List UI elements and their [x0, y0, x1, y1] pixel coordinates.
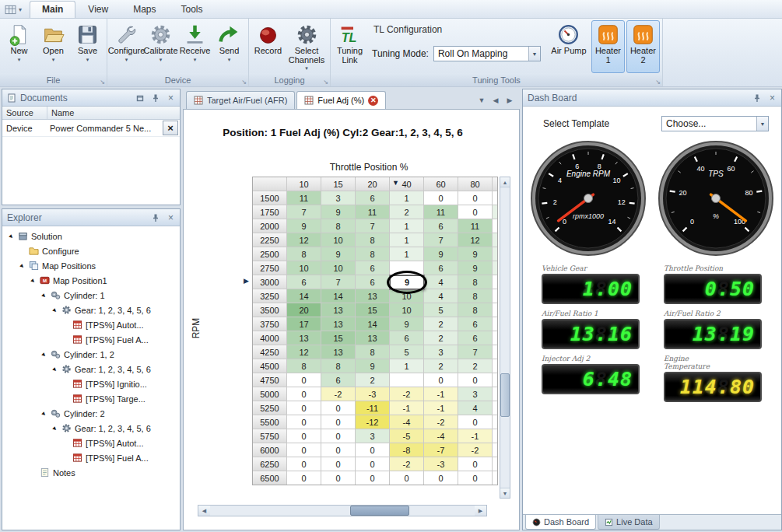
expander-icon[interactable]: ▾ — [38, 408, 49, 418]
grid-cell-4000-40[interactable]: 6 — [390, 331, 424, 345]
grid-cell-3500-40[interactable]: 10 — [390, 303, 424, 317]
grid-cell-3000-20[interactable]: 6 — [356, 275, 390, 289]
grid-cell-2750-60[interactable]: 6 — [424, 261, 458, 275]
grid-cell-1500-100[interactable] — [493, 191, 498, 205]
column-header-40[interactable]: ▼40 — [390, 177, 424, 191]
column-header-20[interactable]: 20 — [356, 177, 390, 191]
dialog-launcher-icon[interactable]: ↘ — [655, 79, 661, 86]
tree-node-notes[interactable]: Notes — [2, 465, 180, 480]
tree-node-map-position1[interactable]: ▾MMap Position1 — [2, 273, 180, 288]
grid-cell-6000-10[interactable]: 0 — [287, 443, 321, 457]
grid-cell-3250-80[interactable]: 8 — [458, 289, 493, 303]
close-panel-icon[interactable]: × — [165, 92, 177, 103]
column-header-80[interactable]: 80 — [458, 177, 493, 191]
combo-dropdown-icon[interactable]: ▼ — [756, 117, 768, 131]
grid-cell-2500-60[interactable]: 9 — [424, 247, 458, 261]
grid-cell-5000-60[interactable]: -1 — [424, 387, 458, 401]
grid-cell-1750-80[interactable]: 0 — [458, 205, 493, 219]
close-panel-icon[interactable]: × — [165, 212, 177, 223]
grid-cell-2750-15[interactable]: 10 — [321, 261, 356, 275]
ribbon-button-tuning-link[interactable]: TLTuning Link — [333, 20, 366, 65]
tab-list-dropdown-icon[interactable]: ▼ — [476, 95, 487, 106]
row-header-2500[interactable]: 2500 — [253, 247, 287, 261]
grid-cell-3000-80[interactable]: 8 — [458, 275, 493, 289]
grid-cell-3250-10[interactable]: 14 — [287, 289, 321, 303]
row-header-5000[interactable]: 5000 — [253, 387, 287, 401]
ribbon-button-heater-2[interactable]: Heater 2 — [626, 20, 660, 73]
grid-cell-4500-40[interactable]: 1 — [390, 359, 424, 373]
grid-cell-3750-40[interactable]: 9 — [390, 317, 424, 331]
grid-cell-1750-40[interactable]: 2 — [390, 205, 424, 219]
grid-cell-3500-100[interactable] — [493, 303, 498, 317]
grid-cell-4000-10[interactable]: 13 — [287, 331, 321, 345]
grid-cell-2500-10[interactable]: 8 — [287, 247, 321, 261]
grid-cell-4500-80[interactable]: 2 — [458, 359, 493, 373]
grid-cell-6500-40[interactable]: 0 — [390, 471, 424, 485]
ribbon-button-save[interactable]: Save▾ — [71, 20, 104, 73]
scroll-tabs-left-icon[interactable]: ◀ — [490, 95, 501, 106]
row-header-2000[interactable]: 2000 — [253, 219, 287, 233]
grid-cell-5250-10[interactable]: 0 — [287, 401, 321, 415]
grid-cell-6000-100[interactable] — [493, 443, 498, 457]
grid-cell-2750-40[interactable] — [390, 261, 424, 275]
menu-tab-maps[interactable]: Maps — [121, 1, 168, 18]
grid-cell-5000-15[interactable]: -2 — [321, 387, 356, 401]
grid-cell-1500-40[interactable]: 1 — [390, 191, 424, 205]
grid-cell-5250-100[interactable] — [493, 401, 498, 415]
tree-node-gear-1-2-3-4-5-6[interactable]: ▾Gear: 1, 2, 3, 4, 5, 6 — [2, 362, 180, 376]
explorer-titlebar[interactable]: Explorer × — [2, 209, 180, 226]
qat-dropdown-caret-icon[interactable]: ▾ — [19, 6, 22, 13]
grid-cell-5000-10[interactable]: 0 — [287, 387, 321, 401]
grid-cell-3750-80[interactable]: 6 — [458, 317, 493, 331]
column-header-name[interactable]: Name — [47, 107, 180, 119]
grid-cell-5000-20[interactable]: -3 — [356, 387, 390, 401]
grid-cell-2000-40[interactable]: 1 — [390, 219, 424, 233]
row-header-5750[interactable]: 5750 — [253, 429, 287, 443]
grid-cell-4500-15[interactable]: 8 — [321, 359, 356, 373]
grid-cell-4750-80[interactable]: 0 — [458, 373, 493, 387]
column-header-100[interactable]: 100 — [493, 177, 498, 191]
row-header-4000[interactable]: 4000 — [253, 331, 287, 345]
grid-cell-4750-15[interactable]: 6 — [321, 373, 356, 387]
close-panel-icon[interactable]: × — [766, 92, 778, 103]
grid-cell-3750-100[interactable] — [493, 317, 498, 331]
tree-node-cylinder-2[interactable]: ▾Cylinder: 2 — [2, 406, 180, 421]
grid-cell-3500-60[interactable]: 5 — [424, 303, 458, 317]
grid-cell-5750-60[interactable]: -4 — [424, 429, 458, 443]
expander-icon[interactable]: ▾ — [38, 348, 49, 359]
grid-cell-4750-40[interactable] — [390, 373, 424, 387]
grid-cell-5250-60[interactable]: -1 — [424, 401, 458, 415]
grid-cell-4250-100[interactable] — [493, 345, 498, 359]
grid-cell-6250-20[interactable]: 0 — [356, 457, 390, 471]
tree-node-gear-1-2-3-4-5-6[interactable]: ▾Gear: 1, 2, 3, 4, 5, 6 — [2, 303, 180, 317]
grid-cell-6000-15[interactable]: 0 — [321, 443, 356, 457]
grid-cell-3500-10[interactable]: 20 — [287, 303, 321, 317]
grid-cell-5750-20[interactable]: 3 — [356, 429, 390, 443]
grid-cell-6250-10[interactable]: 0 — [287, 457, 321, 471]
grid-cell-2250-100[interactable]: 1 — [493, 233, 498, 247]
grid-cell-3500-20[interactable]: 15 — [356, 303, 390, 317]
column-header-10[interactable]: 10 — [287, 177, 321, 191]
grid-cell-6000-80[interactable]: -2 — [458, 443, 493, 457]
scroll-tabs-right-icon[interactable]: ▶ — [504, 95, 515, 106]
row-header-6250[interactable]: 6250 — [253, 457, 287, 471]
grid-cell-5500-10[interactable]: 0 — [287, 415, 321, 429]
grid-cell-2250-80[interactable]: 12 — [458, 233, 493, 247]
row-header-4750[interactable]: 4750 — [253, 373, 287, 387]
grid-cell-1500-15[interactable]: 3 — [321, 191, 356, 205]
grid-cell-5750-40[interactable]: -5 — [390, 429, 424, 443]
grid-cell-3250-100[interactable] — [493, 289, 498, 303]
dialog-launcher-icon[interactable]: ↘ — [241, 79, 247, 86]
grid-cell-3000-40[interactable]: 9 — [390, 275, 424, 289]
grid-cell-1750-20[interactable]: 11 — [356, 205, 390, 219]
grid-cell-6500-60[interactable]: 0 — [424, 471, 458, 485]
tree-node-tps-fuel-a[interactable]: [TPS%] Fuel A... — [2, 450, 180, 465]
editor-tab-target-air-fuel-afr[interactable]: Target Air/Fuel (AFR) — [186, 91, 295, 109]
grid-cell-2500-15[interactable]: 9 — [321, 247, 356, 261]
grid-cell-2250-20[interactable]: 8 — [356, 233, 390, 247]
grid-cell-4500-60[interactable]: 2 — [424, 359, 458, 373]
grid-cell-2750-10[interactable]: 10 — [287, 261, 321, 275]
row-header-2750[interactable]: 2750 — [253, 261, 287, 275]
tree-node-tps-ignitio[interactable]: [TPS%] Ignitio... — [2, 376, 180, 391]
menu-tab-main[interactable]: Main — [30, 1, 75, 18]
